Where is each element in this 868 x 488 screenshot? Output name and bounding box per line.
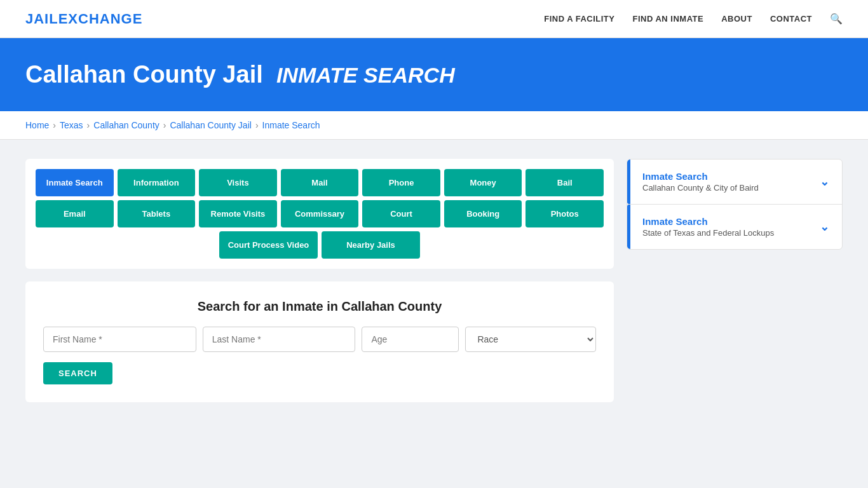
breadcrumb-home[interactable]: Home bbox=[25, 120, 49, 130]
btn-information[interactable]: Information bbox=[118, 169, 196, 196]
btn-money[interactable]: Money bbox=[444, 169, 522, 196]
nav-btn-row2: Email Tablets Remote Visits Commissary C… bbox=[36, 200, 604, 227]
nav-buttons-section: Inmate Search Information Visits Mail Ph… bbox=[25, 159, 614, 269]
btn-commissary[interactable]: Commissary bbox=[281, 200, 359, 227]
btn-email[interactable]: Email bbox=[36, 200, 114, 227]
sidebar-item-2-left: Inmate Search State of Texas and Federal… bbox=[642, 216, 774, 238]
nav-btn-row3: Court Process Video Nearby Jails bbox=[36, 231, 604, 259]
sidebar-item-1-left: Inmate Search Callahan County & City of … bbox=[642, 171, 759, 193]
nav-find-facility[interactable]: FIND A FACILITY bbox=[544, 14, 614, 24]
sidebar-item-1[interactable]: Inmate Search Callahan County & City of … bbox=[627, 159, 842, 204]
sidebar-card: Inmate Search Callahan County & City of … bbox=[627, 159, 843, 250]
sidebar-blue-bar-1 bbox=[627, 159, 630, 204]
btn-visits[interactable]: Visits bbox=[199, 169, 277, 196]
page-title: Callahan County Jail INMATE SEARCH bbox=[25, 61, 843, 88]
breadcrumb-sep-1: › bbox=[53, 120, 56, 130]
search-icon[interactable]: 🔍 bbox=[830, 13, 843, 25]
breadcrumb-sep-2: › bbox=[87, 120, 90, 130]
search-form: Race White Black Hispanic Asian Other bbox=[43, 327, 596, 352]
sidebar-item-wrapper-1: Inmate Search Callahan County & City of … bbox=[627, 159, 842, 205]
search-button[interactable]: SEARCH bbox=[43, 362, 112, 384]
main-content: Inmate Search Information Visits Mail Ph… bbox=[0, 140, 868, 421]
sidebar-item-1-title: Inmate Search bbox=[642, 171, 759, 182]
btn-inmate-search[interactable]: Inmate Search bbox=[36, 169, 114, 196]
nav-btn-row1: Inmate Search Information Visits Mail Ph… bbox=[36, 169, 604, 196]
sidebar-item-2-title: Inmate Search bbox=[642, 216, 774, 227]
btn-booking[interactable]: Booking bbox=[444, 200, 522, 227]
chevron-down-icon-1: ⌄ bbox=[820, 175, 829, 189]
breadcrumb-sep-3: › bbox=[163, 120, 166, 130]
main-nav: FIND A FACILITY FIND AN INMATE ABOUT CON… bbox=[544, 13, 843, 25]
search-title: Search for an Inmate in Callahan County bbox=[43, 299, 596, 314]
breadcrumb: Home › Texas › Callahan County › Callaha… bbox=[25, 120, 843, 130]
sidebar-item-2[interactable]: Inmate Search State of Texas and Federal… bbox=[627, 205, 842, 249]
first-name-input[interactable] bbox=[43, 327, 196, 352]
left-column: Inmate Search Information Visits Mail Ph… bbox=[25, 159, 614, 402]
sidebar-item-1-subtitle: Callahan County & City of Baird bbox=[642, 183, 759, 193]
logo-jail: JAIL bbox=[25, 11, 58, 27]
breadcrumb-bar: Home › Texas › Callahan County › Callaha… bbox=[0, 111, 868, 140]
site-logo[interactable]: JAILEXCHANGE bbox=[25, 11, 142, 27]
btn-mail[interactable]: Mail bbox=[281, 169, 359, 196]
search-card: Search for an Inmate in Callahan County … bbox=[25, 281, 614, 402]
site-header: JAILEXCHANGE FIND A FACILITY FIND AN INM… bbox=[0, 0, 868, 38]
nav-about[interactable]: ABOUT bbox=[721, 14, 752, 24]
breadcrumb-current: Inmate Search bbox=[262, 120, 320, 130]
nav-find-inmate[interactable]: FIND AN INMATE bbox=[632, 14, 703, 24]
btn-remote-visits[interactable]: Remote Visits bbox=[199, 200, 277, 227]
breadcrumb-texas[interactable]: Texas bbox=[60, 120, 83, 130]
btn-phone[interactable]: Phone bbox=[362, 169, 440, 196]
sidebar-item-2-subtitle: State of Texas and Federal Lockups bbox=[642, 228, 774, 238]
hero-title-main: Callahan County Jail bbox=[25, 61, 263, 88]
sidebar-item-wrapper-2: Inmate Search State of Texas and Federal… bbox=[627, 205, 842, 249]
last-name-input[interactable] bbox=[203, 327, 356, 352]
btn-court[interactable]: Court bbox=[362, 200, 440, 227]
breadcrumb-sep-4: › bbox=[255, 120, 259, 130]
right-sidebar: Inmate Search Callahan County & City of … bbox=[627, 159, 843, 250]
breadcrumb-callahan-county[interactable]: Callahan County bbox=[93, 120, 159, 130]
btn-court-process-video[interactable]: Court Process Video bbox=[219, 231, 318, 259]
breadcrumb-callahan-county-jail[interactable]: Callahan County Jail bbox=[170, 120, 251, 130]
btn-nearby-jails[interactable]: Nearby Jails bbox=[322, 231, 420, 259]
hero-section: Callahan County Jail INMATE SEARCH bbox=[0, 38, 868, 111]
nav-contact[interactable]: CONTACT bbox=[770, 14, 812, 24]
btn-photos[interactable]: Photos bbox=[526, 200, 604, 227]
age-input[interactable] bbox=[362, 327, 459, 352]
logo-exchange: EXCHANGE bbox=[58, 11, 143, 27]
hero-title-italic: INMATE SEARCH bbox=[276, 63, 455, 87]
sidebar-blue-bar-2 bbox=[627, 205, 630, 249]
chevron-down-icon-2: ⌄ bbox=[820, 220, 829, 234]
btn-bail[interactable]: Bail bbox=[526, 169, 604, 196]
race-select[interactable]: Race White Black Hispanic Asian Other bbox=[465, 327, 596, 352]
btn-tablets[interactable]: Tablets bbox=[118, 200, 196, 227]
